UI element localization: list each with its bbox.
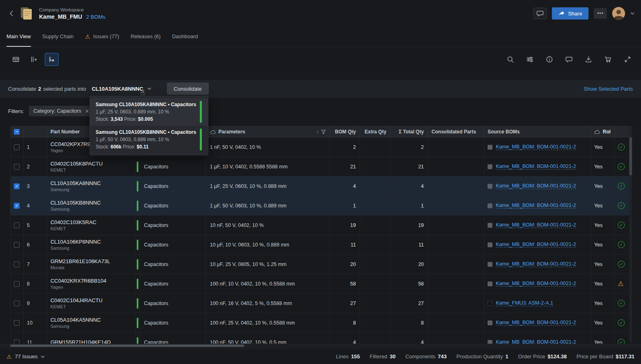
issues-summary[interactable]: ⚠ 77 Issues [7,353,45,360]
part-number-cell[interactable]: C0402C105K8PACTUKEMET [47,157,136,176]
source-bom-link[interactable]: Kame_MB_BOM: BOM-001-0021-2 [496,222,576,228]
source-boms-column-header[interactable]: Source BOMs [484,126,591,137]
info-icon[interactable] [543,53,556,66]
avatar[interactable] [612,7,625,20]
download-icon[interactable] [582,53,595,66]
ok-check-icon: ✓ [618,222,625,229]
rohs-cell: Yes [591,313,615,332]
filter-sliders-icon[interactable] [523,53,537,66]
horizontal-scrollbar-thumb[interactable] [10,344,244,347]
dropdown-option[interactable]: Samsung CL10A105KB8NNNC • Capacitors 1 μ… [90,126,208,153]
tab-releases[interactable]: Releases (6) [131,27,161,47]
parts-table: – Part Number Category Parameters ↑ BOM … [10,126,632,344]
part-number-cell[interactable]: GRM155R71H104KE14D [47,333,136,344]
part-number-cell[interactable]: CL10A105KB8NNNCSamsung [47,196,136,215]
table-row[interactable]: 10CL05A104KA5NNNCSamsungCapacitors100 nF… [11,313,632,333]
tab-issues[interactable]: ⚠Issues (77) [85,27,119,47]
consolidate-button[interactable]: Consolidate [167,83,209,95]
part-number-cell[interactable]: CL10A105KA8NNNCSamsung [47,177,136,196]
table-view-icon[interactable] [9,53,23,66]
source-bom-link[interactable]: Kame_FMU3: ASM-2-A.1 [496,300,553,306]
source-bom-link[interactable]: Kame_MB_BOM: BOM-001-0021-2 [496,144,576,150]
vertical-scrollbar-thumb[interactable] [629,137,632,175]
part-number-cell[interactable]: C0402C104J4RACTUKEMET [47,294,136,313]
row-checkbox[interactable] [11,157,24,176]
source-bom-link[interactable]: Kame_MB_BOM: BOM-001-0021-2 [496,242,576,248]
row-checkbox[interactable]: ✓ [11,177,24,196]
source-bom-link[interactable]: Kame_MB_BOM: BOM-001-0021-2 [496,339,576,344]
cart-icon[interactable] [601,53,615,66]
row-checkbox[interactable] [11,294,24,313]
boms-link[interactable]: 2 BOMs [86,14,105,20]
category-cell: Capacitors [140,255,206,274]
table-row[interactable]: 11GRM155R71H104KE14DCapacitors100 nF, 50… [11,333,632,344]
filter-chip-category[interactable]: Category: Capacitors ✕ [29,106,94,116]
tab-label: Main View [7,33,31,39]
source-bom-link[interactable]: Kame_MB_BOM: BOM-001-0021-2 [496,163,576,170]
share-button[interactable]: Share [552,7,589,20]
select-all-checkbox[interactable]: – [11,126,24,137]
lifecycle-bar [200,129,202,150]
remove-filter-icon[interactable]: ✕ [85,109,89,114]
bom-qty-column-header[interactable]: BOM Qty [330,126,360,137]
more-button[interactable]: ••• [594,8,607,19]
table-row[interactable]: ✓3CL10A105KA8NNNCSamsungCapacitors1 μF, … [11,177,632,196]
comments-icon[interactable] [562,53,576,66]
rohs-column-header[interactable]: Rol [591,126,615,137]
row-checkbox[interactable] [11,235,24,254]
stat-price-per-board: Price per Board$117.31 [576,353,634,360]
source-bom-cell: Kame_MB_BOM: BOM-001-0021-2 [484,313,591,332]
part-number-cell[interactable]: CL10A106KP8NNNCSamsung [47,235,136,254]
table-row[interactable]: 5C0402C103K5RACKEMETCapacitors10 nF, 50 … [11,216,632,235]
fullscreen-icon[interactable] [621,53,634,66]
table-row[interactable]: 9C0402C104J4RACTUKEMETCapacitors100 nF, … [11,294,632,313]
extra-qty-column-header[interactable]: Extra Qty [360,126,391,137]
row-checkbox[interactable]: ✓ [11,196,24,215]
tab-main-view[interactable]: Main View [7,27,31,47]
row-checkbox[interactable] [11,216,24,235]
avatar-caret-down-icon[interactable] [630,12,634,15]
table-row[interactable]: ✓4CL10A105KB8NNNCSamsungCapacitors1 μF, … [11,196,632,216]
source-bom-link[interactable]: Kame_MB_BOM: BOM-001-0021-2 [496,183,576,189]
part-number-cell[interactable]: CC0402KRX7R6BB104Yageo [47,274,136,293]
total-qty-cell: 8 [391,313,428,332]
row-checkbox[interactable] [11,137,24,157]
row-checkbox[interactable] [11,255,24,274]
table-row[interactable]: 7GRM21BR61E106KA73LMurataCapacitors10 μF… [11,255,632,274]
consolidate-merge-icon[interactable] [45,53,59,66]
filter-funnel-icon[interactable] [321,129,326,134]
row-checkbox[interactable] [11,333,24,344]
parameters-cell: 1 μF, 10 V, 0402, 0.5588 5588 mm [206,157,330,176]
source-bom-cell: Kame_MB_BOM: BOM-001-0021-2 [484,274,591,293]
dropdown-option[interactable]: Samsung CL10A105KA8NNNC • Capacitors 1 μ… [90,98,208,126]
add-column-icon[interactable] [27,53,41,66]
search-icon[interactable] [503,53,517,66]
selected-count: 2 [38,86,41,92]
total-qty-column-header[interactable]: Σ Total Qty [391,126,428,137]
table-row[interactable]: 2C0402C105K8PACTUKEMETCapacitors1 μF, 10… [11,157,632,177]
feedback-button[interactable] [534,8,547,19]
back-button[interactable] [7,7,17,20]
horizontal-scrollbar[interactable] [0,344,641,348]
tab-dashboard[interactable]: Dashboard [172,27,198,47]
vertical-scrollbar[interactable] [629,126,632,343]
part-number-cell[interactable]: CL05A104KA5NNNCSamsung [47,313,136,332]
table-row[interactable]: 6CL10A106KP8NNNCSamsungCapacitors10 μF, … [11,235,632,255]
sort-ascending-icon[interactable]: ↑ [316,129,319,135]
consolidated-parts-column-header[interactable]: Consolidated Parts [428,126,484,137]
parameters-column-header[interactable]: Parameters ↑ [206,126,330,137]
project-name-text: Kame_MB_FMU [39,13,82,20]
table-row[interactable]: 8CC0402KRX7R6BB104YageoCapacitors100 nF,… [11,274,632,294]
tab-supply-chain[interactable]: Supply Chain [42,27,74,47]
source-bom-link[interactable]: Kame_MB_BOM: BOM-001-0021-2 [496,203,576,209]
part-number-cell[interactable]: C0402C103K5RACKEMET [47,216,136,235]
parameters-cell: 1 μF, 25 V, 0603, 10 %, 0.889 mm [206,177,330,196]
ok-check-icon: ✓ [618,261,625,268]
row-checkbox[interactable] [11,313,24,332]
source-bom-link[interactable]: Kame_MB_BOM: BOM-001-0021-2 [496,281,576,287]
source-bom-link[interactable]: Kame_MB_BOM: BOM-001-0021-2 [496,320,576,326]
row-checkbox[interactable] [11,274,24,293]
source-bom-link[interactable]: Kame_MB_BOM: BOM-001-0021-2 [496,261,576,267]
show-selected-parts-link[interactable]: Show Selected Parts [584,86,633,92]
part-number-cell[interactable]: GRM21BR61E106KA73LMurata [47,255,136,274]
